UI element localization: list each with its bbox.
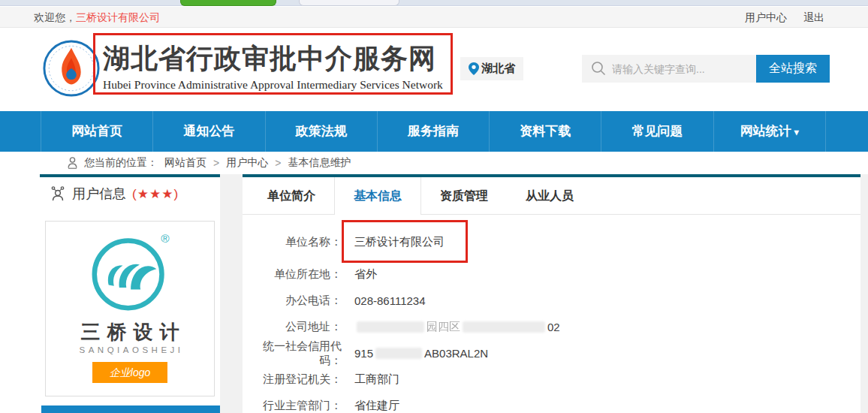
chevron-down-icon: ▾ bbox=[794, 127, 799, 137]
censor-blur-patch bbox=[463, 321, 545, 333]
tab-employees[interactable]: 从业人员 bbox=[507, 177, 592, 214]
site-logo-icon bbox=[42, 39, 101, 98]
user-info-title: 用户信息 bbox=[72, 185, 126, 203]
company-logo-box: ® 三桥设计 SANQIAOSHEJI 企业logo bbox=[45, 221, 215, 396]
office-phone-label: 办公电话： bbox=[243, 294, 342, 308]
unit-name-value: 三桥设计有限公司 bbox=[354, 235, 445, 249]
breadcrumb-user-center[interactable]: 用户中心 bbox=[226, 156, 268, 170]
breadcrumb-home[interactable]: 网站首页 bbox=[164, 156, 206, 170]
top-utility-bar: 欢迎您，三桥设计有限公司 用户中心 退出 bbox=[0, 7, 868, 28]
company-logo-image: ® bbox=[86, 228, 174, 318]
search-input[interactable] bbox=[582, 55, 756, 83]
user-center-link[interactable]: 用户中心 bbox=[745, 7, 787, 28]
enterprise-logo-button[interactable]: 企业logo bbox=[92, 362, 167, 383]
credit-code-end: AB03RAL2N bbox=[424, 347, 488, 360]
breadcrumb-prefix: 您当前的位置： bbox=[84, 156, 158, 170]
breadcrumb-separator: > bbox=[213, 157, 219, 169]
tab-qualification-mgmt[interactable]: 资质管理 bbox=[421, 177, 507, 214]
address-visible-fragment: 园四区 bbox=[426, 320, 460, 334]
user-network-icon bbox=[50, 185, 66, 202]
breadcrumb-separator: > bbox=[275, 157, 281, 169]
tab-basic-info[interactable]: 基本信息 bbox=[334, 177, 421, 215]
unit-region-value: 省外 bbox=[354, 267, 377, 282]
registry-authority-label: 注册登记机关： bbox=[243, 372, 342, 387]
map-pin-icon bbox=[469, 62, 479, 75]
logout-link[interactable]: 退出 bbox=[803, 7, 824, 28]
region-selector[interactable]: 湖北省 bbox=[460, 57, 523, 80]
censor-blur-patch bbox=[357, 321, 424, 333]
nav-item-faq[interactable]: 常见问题 bbox=[601, 111, 713, 152]
industry-authority-label: 行业主管部门： bbox=[243, 399, 342, 413]
field-row-registry-authority: 注册登记机关： 工商部门 bbox=[243, 366, 860, 393]
field-row-unit-region: 单位所在地： 省外 bbox=[243, 261, 860, 288]
nav-item-notices[interactable]: 通知公告 bbox=[152, 111, 264, 152]
company-address-label: 公司地址： bbox=[243, 320, 342, 334]
region-label: 湖北省 bbox=[481, 62, 515, 76]
nav-item-policies[interactable]: 政策法规 bbox=[265, 111, 377, 152]
sidebar-next-section-header bbox=[41, 405, 220, 413]
main-nav: 网站首页 通知公告 政策法规 服务指南 资料下载 常见问题 网站统计▾ bbox=[0, 111, 868, 152]
breadcrumb-current: 基本信息维护 bbox=[288, 156, 351, 170]
credit-code-label: 统一社会信用代码： bbox=[243, 339, 342, 368]
site-subtitle: Hubei Province Administrative Approval I… bbox=[103, 77, 443, 93]
breadcrumb: 您当前的位置： 网站首页 > 用户中心 > 基本信息维护 bbox=[68, 152, 351, 174]
location-person-icon bbox=[68, 157, 77, 169]
welcome-company-name: 三桥设计有限公司 bbox=[76, 11, 160, 23]
page-right-edge bbox=[860, 174, 868, 413]
user-info-panel-header: 用户信息 (★★★) bbox=[40, 177, 220, 210]
field-row-company-address: 公司地址： 园四区 02 bbox=[243, 314, 860, 340]
nav-item-home[interactable]: 网站首页 bbox=[41, 111, 152, 152]
registry-authority-value: 工商部门 bbox=[354, 372, 399, 387]
site-header: 湖北省行政审批中介服务网 Hubei Province Administrati… bbox=[0, 29, 868, 111]
trademark-symbol: ® bbox=[161, 232, 170, 245]
office-phone-value: 028-86111234 bbox=[354, 294, 426, 307]
basic-info-form: 单位名称： 三桥设计有限公司 单位所在地： 省外 办公电话： 028-86111… bbox=[243, 215, 860, 413]
welcome-message: 欢迎您，三桥设计有限公司 bbox=[34, 7, 160, 28]
user-rating-stars: (★★★) bbox=[132, 186, 179, 202]
field-row-industry-authority: 行业主管部门： 省住建厅 bbox=[243, 393, 860, 413]
user-info-panel: 用户信息 (★★★) ® 三桥设计 SANQIAOSHEJI 企业logo bbox=[40, 174, 220, 399]
browser-button-remnant-green bbox=[180, 0, 276, 6]
browser-button-remnant-white bbox=[299, 0, 399, 6]
nav-item-site-stats[interactable]: 网站统计▾ bbox=[713, 111, 826, 152]
field-row-unit-name: 单位名称： 三桥设计有限公司 bbox=[243, 222, 860, 261]
welcome-prefix: 欢迎您， bbox=[34, 11, 76, 23]
field-row-office-phone: 办公电话： 028-86111234 bbox=[243, 288, 860, 314]
breadcrumb-row: 您当前的位置： 网站首页 > 用户中心 > 基本信息维护 bbox=[0, 152, 868, 174]
unit-name-label: 单位名称： bbox=[243, 235, 342, 249]
site-title: 湖北省行政审批中介服务网 bbox=[103, 41, 443, 77]
browser-edge-strip bbox=[0, 0, 868, 6]
site-search-button[interactable]: 全站搜索 bbox=[756, 55, 830, 83]
field-row-credit-code: 统一社会信用代码： 915 AB03RAL2N bbox=[243, 340, 860, 366]
credit-code-start: 915 bbox=[354, 347, 373, 360]
censor-blur-patch bbox=[375, 348, 422, 359]
profile-tabs: 单位简介 基本信息 资质管理 从业人员 bbox=[243, 177, 860, 215]
company-logo-name-en: SANQIAOSHEJI bbox=[49, 345, 214, 356]
search-icon bbox=[591, 61, 606, 76]
company-logo-name: 三桥设计 bbox=[53, 321, 214, 343]
tab-unit-profile[interactable]: 单位简介 bbox=[249, 177, 334, 214]
nav-item-downloads[interactable]: 资料下载 bbox=[489, 111, 601, 152]
company-address-value: 园四区 02 bbox=[354, 320, 560, 334]
nav-item-site-stats-label: 网站统计 bbox=[740, 124, 791, 138]
basic-info-panel: 单位简介 基本信息 资质管理 从业人员 单位名称： 三桥设计有限公司 单位所在地… bbox=[243, 174, 860, 413]
nav-item-service-guide[interactable]: 服务指南 bbox=[377, 111, 489, 152]
unit-region-label: 单位所在地： bbox=[243, 267, 342, 282]
credit-code-value: 915 AB03RAL2N bbox=[354, 347, 488, 360]
column-gap bbox=[220, 174, 243, 413]
address-visible-end: 02 bbox=[547, 321, 560, 333]
industry-authority-value: 省住建厅 bbox=[354, 399, 399, 413]
